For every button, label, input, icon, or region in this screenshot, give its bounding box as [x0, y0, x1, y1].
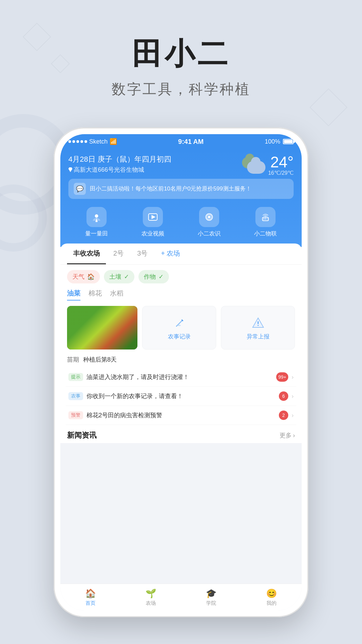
status-left: Sketch 📶: [68, 138, 117, 145]
crop-tab-rice[interactable]: 水稻: [110, 289, 123, 301]
seedling-stage-label: 苗期: [67, 356, 79, 364]
status-right: 100%: [265, 138, 294, 145]
notif-item-1[interactable]: 提示 油菜进入浇水期了，请及时进行浇灌！ 99+ ›: [66, 368, 296, 387]
location-pin-icon: [68, 167, 72, 172]
nav-label-knowledge: 小二农识: [198, 230, 221, 237]
notif-tag-warn-3: 预警: [68, 411, 83, 419]
carrier-name: Sketch: [89, 138, 108, 145]
crop-badge-icon: ✓: [159, 273, 164, 280]
field-ndvi-image: [67, 306, 137, 350]
crop-tab-cotton[interactable]: 棉花: [88, 289, 102, 301]
nav-label-measure: 量一量田: [85, 230, 108, 237]
nav-academy-label: 学院: [206, 600, 216, 606]
academy-icon: 🎓: [206, 588, 217, 599]
notice-chat-icon: [74, 183, 86, 195]
farm-tab-add[interactable]: + 农场: [155, 244, 186, 264]
weather-temperature: 24°: [268, 154, 294, 170]
nav-mine-label: 我的: [266, 600, 277, 606]
weather-left: 4月28日 庚子（鼠）年四月初四 高新大道666号光谷生物城: [68, 154, 171, 174]
notif-badge-3: 2: [279, 411, 288, 420]
notice-text: 田小二搞活动啦！每个地区前10名用户0元抢原价599测土服务！: [90, 185, 251, 193]
farm-card: 丰收农场 2号 3号 + 农场 天气 🏠 土壤 ✓: [60, 244, 302, 443]
badge-weather[interactable]: 天气 🏠: [67, 270, 100, 283]
anomaly-report-icon: [251, 315, 265, 330]
scroll-area[interactable]: 4月28日 庚子（鼠）年四月初四 高新大道666号光谷生物城 24°: [60, 149, 302, 584]
svg-rect-8: [263, 218, 264, 219]
weather-location: 高新大道666号光谷生物城: [68, 166, 171, 174]
field-map-image[interactable]: [67, 306, 137, 350]
svg-marker-3: [152, 215, 156, 219]
crop-tabs: 油菜 棉花 水稻: [60, 286, 302, 302]
location-text: 高新大道666号光谷生物城: [74, 166, 144, 174]
nav-label-video: 农业视频: [141, 230, 164, 237]
weather-badge-icon: 🏠: [87, 273, 95, 280]
badge-crop[interactable]: 作物 ✓: [138, 270, 169, 283]
bottom-nav: 🏠 首页 🌱 农场 🎓 学院 😊 我的: [60, 584, 302, 610]
notif-item-2[interactable]: 农事 你收到一个新的农事记录，请查看！ 6 ›: [66, 387, 296, 406]
notif-text-3: 棉花2号田的病虫害检测预警: [86, 411, 276, 419]
weather-right: 24° 16℃/29℃: [242, 154, 294, 176]
notification-list: 提示 油菜进入浇水期了，请及时进行浇灌！ 99+ › 农事 你收到一个新的农事记…: [60, 368, 302, 425]
nav-home-label: 首页: [85, 600, 96, 606]
weather-row: 4月28日 庚子（鼠）年四月初四 高新大道666号光谷生物城 24°: [68, 154, 294, 176]
news-more-button[interactable]: 更多 ›: [280, 431, 295, 439]
battery-icon: [283, 139, 294, 144]
farm-record-card[interactable]: 农事记录: [142, 306, 216, 350]
crop-badge-label: 作物: [144, 273, 156, 281]
nav-item-measure[interactable]: 量一量田: [85, 207, 108, 237]
notif-item-3[interactable]: 预警 棉花2号田的病虫害检测预警 2 ›: [66, 406, 296, 425]
notif-arrow-3: ›: [292, 412, 294, 419]
signal-dots: [68, 140, 87, 143]
news-header: 新闻资讯 更多 ›: [60, 425, 302, 443]
status-bar: Sketch 📶 9:41 AM 100%: [60, 134, 302, 149]
nav-icon-video: [143, 207, 163, 227]
nav-icon-measure: [86, 207, 107, 227]
anomaly-report-card[interactable]: 异常上报: [221, 306, 295, 350]
farm-tab-1[interactable]: 丰收农场: [67, 244, 106, 264]
weather-badge-label: 天气: [72, 273, 84, 281]
battery-percent: 100%: [265, 138, 280, 145]
farm-icon: 🌱: [145, 588, 156, 599]
notif-badge-1: 99+: [276, 372, 288, 382]
weather-range: 16℃/29℃: [268, 170, 294, 176]
notif-text-2: 你收到一个新的农事记录，请查看！: [86, 392, 276, 400]
mine-icon: 😊: [266, 588, 277, 599]
crop-tab-rapeseed[interactable]: 油菜: [67, 289, 80, 301]
farm-record-icon: [172, 315, 187, 330]
weather-temp-area: 24° 16℃/29℃: [268, 154, 294, 176]
farm-tabs: 丰收农场 2号 3号 + 农场: [60, 244, 302, 265]
nav-item-video[interactable]: 农业视频: [141, 207, 164, 237]
svg-rect-10: [267, 218, 268, 219]
nav-farm[interactable]: 🌱 农场: [121, 584, 181, 610]
notif-arrow-1: ›: [292, 374, 294, 381]
weather-date: 4月28日 庚子（鼠）年四月初四: [68, 154, 171, 164]
nav-item-knowledge[interactable]: 小二农识: [198, 207, 221, 237]
soil-badge-label: 土壤: [109, 273, 121, 281]
svg-point-14: [257, 325, 258, 326]
quick-nav: 量一量田 农业视频: [68, 204, 294, 239]
nav-item-iot[interactable]: 小二物联: [254, 207, 277, 237]
soil-badge-icon: ✓: [124, 273, 129, 280]
news-title: 新闻资讯: [67, 430, 97, 440]
badge-soil[interactable]: 土壤 ✓: [104, 270, 134, 283]
header-section: 4月28日 庚子（鼠）年四月初四 高新大道666号光谷生物城 24°: [60, 149, 302, 247]
field-cards-grid: 农事记录 异常上报: [60, 302, 302, 354]
notice-banner[interactable]: 田小二搞活动啦！每个地区前10名用户0元抢原价599测土服务！: [68, 179, 294, 199]
farm-tab-3[interactable]: 3号: [131, 244, 154, 264]
nav-icon-knowledge: [199, 207, 219, 227]
status-time: 9:41 AM: [178, 138, 204, 146]
nav-mine[interactable]: 😊 我的: [241, 584, 302, 610]
news-more-arrow-icon: ›: [293, 432, 295, 439]
nav-home[interactable]: 🏠 首页: [60, 584, 121, 610]
svg-rect-9: [265, 218, 266, 219]
phone-screen: Sketch 📶 9:41 AM 100% 4月28日 庚子（鼠）年四月初四: [60, 134, 302, 610]
farm-tab-2[interactable]: 2号: [107, 244, 130, 264]
app-title: 田小二: [0, 34, 362, 74]
farm-record-label: 农事记录: [168, 333, 191, 340]
nav-label-iot: 小二物联: [254, 230, 277, 237]
notif-tag-tip-1: 提示: [68, 373, 83, 381]
wifi-icon: 📶: [110, 138, 117, 145]
home-icon: 🏠: [85, 588, 96, 599]
nav-academy[interactable]: 🎓 学院: [181, 584, 241, 610]
weather-cloud-icon: [242, 157, 265, 174]
